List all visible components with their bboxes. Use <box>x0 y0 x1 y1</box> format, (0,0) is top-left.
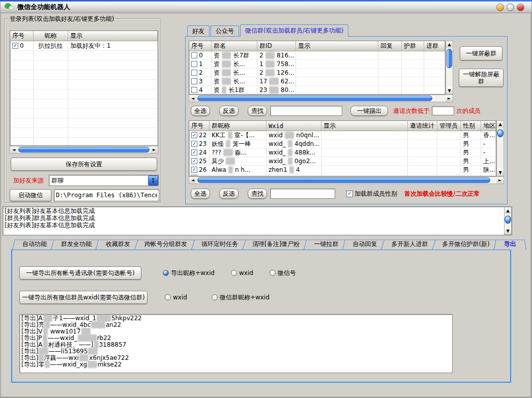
radio-export-wxid[interactable]: wxid <box>231 269 253 277</box>
group-table[interactable]: 序号 群名 群ID 显示 回复 护群 进群 0 资██长7群2██816... … <box>189 41 446 95</box>
group-row-checkbox[interactable] <box>191 52 197 58</box>
vscroll-ball-thumb[interactable] <box>497 129 504 137</box>
login-row-checkbox[interactable]: ✓ <box>12 43 18 49</box>
hscroll-thumb[interactable] <box>197 96 432 101</box>
radio-members-nick-wxid[interactable]: 微信群昵称+wxid <box>212 293 270 302</box>
scroll-up-icon[interactable]: ▲ <box>446 41 453 48</box>
group-row-checkbox[interactable] <box>191 70 197 76</box>
member-row-checkbox[interactable]: ✓ <box>191 167 197 173</box>
load-sex-checkbox[interactable]: ✓ <box>346 191 353 197</box>
tab-cross-account-send[interactable]: 跨帐号分组群发 <box>134 238 197 250</box>
vscroll-ball-thumb[interactable] <box>505 216 511 224</box>
tab-pull-group[interactable]: 一键拉群 <box>304 238 348 250</box>
radio-members-wxid[interactable]: wxid <box>165 294 187 301</box>
scroll-left-icon[interactable]: ◄ <box>189 177 196 183</box>
group-select-all-button[interactable]: 全选 <box>191 106 210 116</box>
log-vscrollbar[interactable]: ▲ ▼ <box>504 207 512 235</box>
export-contacts-button[interactable]: 一键导出所有帐号通讯录(需要勾选帐号) <box>19 266 141 280</box>
maximize-button[interactable] <box>507 4 514 11</box>
scroll-down-icon[interactable]: ▼ <box>505 228 511 234</box>
spinner-arrows-icon[interactable]: ▲▼ <box>148 175 158 186</box>
radio-icon[interactable] <box>231 270 237 276</box>
tab-clean-zombies[interactable]: 清理[备注]僵尸粉 <box>242 238 310 250</box>
login-col-display[interactable]: 显示 <box>68 31 158 41</box>
member-row[interactable]: ✓26 Alwa█n h...zhen1█4 男陕... <box>189 166 496 174</box>
login-table[interactable]: 序号 昵称 显示 ✓0 扒拉扒拉 加载好友中：1 <box>10 30 158 146</box>
radio-export-wechat-id[interactable]: 微信号 <box>270 269 296 278</box>
scroll-down-icon[interactable]: ▼ <box>497 169 504 176</box>
member-row[interactable]: ✓25 莫少██wxid_█0go2... 男上... <box>189 157 496 166</box>
tab-favorite-send[interactable]: 收藏群发 <box>96 238 140 250</box>
vscroll-thumb[interactable] <box>447 49 452 68</box>
scroll-down-icon[interactable]: ▼ <box>446 87 453 94</box>
tab-mass-send[interactable]: 群发全功能 <box>51 238 102 250</box>
member-row[interactable]: ✓23 妖怪█笼一棒wxid_█4qddn... 男- <box>189 140 496 148</box>
scroll-up-icon[interactable]: ▲ <box>505 207 511 214</box>
scroll-right-icon[interactable]: ► <box>446 95 453 102</box>
wechat-path-input[interactable] <box>54 189 159 201</box>
group-find-button[interactable]: 查找 <box>248 106 267 116</box>
group-invert-button[interactable]: 反选 <box>219 106 239 116</box>
login-row[interactable]: ✓0 扒拉扒拉 加载好友中：1 <box>10 41 158 51</box>
radio-icon[interactable] <box>163 270 169 276</box>
group-row[interactable]: 1 资██长...1██758... <box>189 60 445 69</box>
member-search-input[interactable] <box>270 189 335 199</box>
unblock-group-button[interactable]: 一键解除屏蔽群 <box>459 69 504 87</box>
export-output[interactable]: [导出]A██子1——wxid_1███5hkpv222 [导出]亮█——wxi… <box>19 314 453 373</box>
radio-icon[interactable] <box>165 294 171 300</box>
titlebar[interactable]: 微信全功能机器人 <box>1 2 531 13</box>
member-table-vscrollbar[interactable]: ▲ ▼ <box>496 120 504 176</box>
kick-members-button[interactable]: 一键踢出 <box>350 106 388 116</box>
invite-threshold-input[interactable] <box>432 106 454 115</box>
group-table-hscrollbar[interactable]: ◄ ► <box>189 95 453 102</box>
scroll-left-icon[interactable]: ◄ <box>10 146 17 153</box>
tab-friends[interactable]: 好友 <box>187 25 210 37</box>
scroll-left-icon[interactable]: ◄ <box>189 95 196 102</box>
hscroll-thumb[interactable] <box>18 147 150 152</box>
member-find-button[interactable]: 查找 <box>248 189 267 199</box>
scroll-right-icon[interactable]: ► <box>151 146 158 153</box>
block-group-button[interactable]: 一键屏蔽群 <box>460 46 503 60</box>
login-col-nick[interactable]: 昵称 <box>34 31 68 41</box>
radio-icon[interactable] <box>270 270 276 276</box>
minimize-button[interactable] <box>496 4 504 11</box>
tab-wechat-groups[interactable]: 微信群(双击加载群员/右键更多功能) <box>240 24 348 37</box>
member-select-all-button[interactable]: 全选 <box>191 189 210 199</box>
member-row-checkbox[interactable]: ✓ <box>191 158 197 164</box>
add-friend-source-combo[interactable]: 群聊 ▲▼ <box>49 175 159 186</box>
group-table-vscrollbar[interactable]: ▲ ▼ <box>446 41 453 95</box>
tab-export[interactable]: 导出 <box>494 238 526 250</box>
tab-auto-reply[interactable]: 自动回复 <box>342 238 387 250</box>
login-table-hscrollbar[interactable]: ◄ ► <box>10 146 158 154</box>
log-output[interactable]: [好友列表]好友基本信息加载完成 [群员列表]群员基本信息加载完成 [好友列表]… <box>3 206 512 235</box>
group-row[interactable]: 4 资█长1群23██80... <box>189 86 445 95</box>
launch-wechat-button[interactable]: 启动微信 <box>10 189 51 201</box>
group-row-checkbox[interactable] <box>191 61 197 67</box>
tab-multi-guard[interactable]: 多开微信护群(新) <box>432 238 499 250</box>
hscroll-thumb[interactable] <box>197 177 490 183</box>
group-row-checkbox[interactable] <box>191 87 197 93</box>
radio-icon[interactable] <box>212 294 218 300</box>
login-col-num[interactable]: 序号 <box>10 31 34 41</box>
member-invert-button[interactable]: 反选 <box>219 189 239 199</box>
tab-auto-functions[interactable]: 自动功能 <box>12 238 57 250</box>
member-table-hscrollbar[interactable]: ◄ ► <box>189 176 504 184</box>
radio-export-nick-wxid[interactable]: 导出昵称+wxid <box>163 269 215 278</box>
save-settings-button[interactable]: 保存所有设置 <box>11 158 157 171</box>
group-row[interactable]: 0 资██长7群2██816... <box>189 51 445 60</box>
group-row[interactable]: 2 资██长...2██126... <box>189 69 445 77</box>
close-button[interactable] <box>517 4 524 11</box>
scroll-up-icon[interactable]: ▲ <box>497 121 504 128</box>
member-row-checkbox[interactable]: ✓ <box>191 132 197 138</box>
group-search-input[interactable] <box>270 106 342 116</box>
scroll-right-icon[interactable]: ► <box>496 177 504 183</box>
member-row-checkbox[interactable]: ✓ <box>191 149 197 156</box>
export-members-button[interactable]: 一键导出所有微信群员wxid(需要勾选微信群) <box>19 291 147 304</box>
tab-multi-newcomer[interactable]: 多开新人进群 <box>381 238 438 250</box>
member-row-checkbox[interactable]: ✓ <box>191 141 197 147</box>
member-row[interactable]: ✓22 KK工█室-【...wxid██n0qnl... 男香... <box>189 131 496 140</box>
tab-scheduled-tasks[interactable]: 循环定时任务 <box>191 238 248 250</box>
tab-official-accounts[interactable]: 公众号 <box>211 25 239 37</box>
group-row[interactable]: 3 资██长...17██62... <box>189 77 445 86</box>
group-row-checkbox[interactable] <box>191 78 197 84</box>
